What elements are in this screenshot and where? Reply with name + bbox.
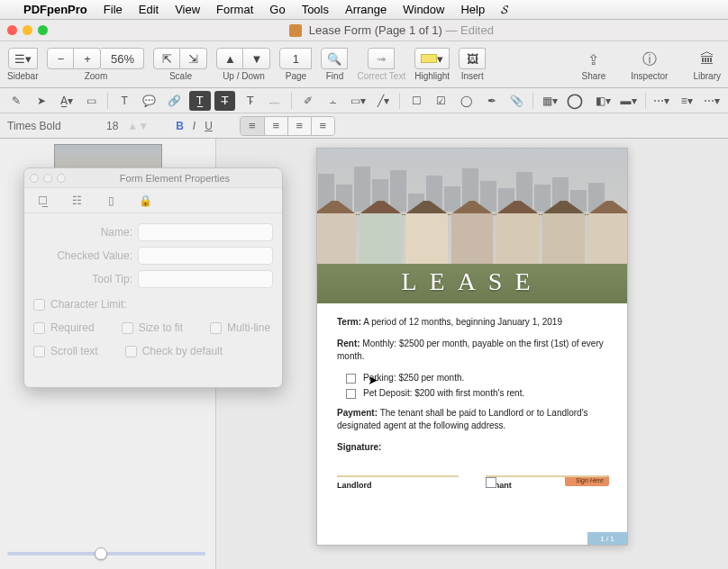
- sidebar-button[interactable]: ☰▾: [8, 48, 38, 69]
- rect-tool-icon[interactable]: ▭▾: [348, 91, 369, 111]
- zoom-out-button[interactable]: −: [47, 48, 74, 69]
- charlimit-label: Character Limit:: [50, 298, 127, 311]
- slider-knob[interactable]: [95, 547, 107, 560]
- find-group: 🔍 Find: [321, 48, 348, 81]
- text-select-tool-icon[interactable]: A̲▾: [56, 91, 77, 111]
- form-text-field-icon[interactable]: ☐: [405, 91, 427, 111]
- parking-checkbox[interactable]: [346, 374, 356, 384]
- scroll-checkbox[interactable]: [33, 346, 45, 357]
- zoom-value[interactable]: 56%: [101, 48, 144, 69]
- menu-view[interactable]: View: [175, 3, 200, 16]
- align-justify-button[interactable]: ≡: [311, 117, 334, 135]
- strikethrough-tool-icon[interactable]: T̵: [239, 91, 260, 111]
- line-width-icon[interactable]: ≡▾: [676, 91, 697, 111]
- minimize-window-button[interactable]: [23, 25, 32, 35]
- scale-fit-button[interactable]: ⇱: [153, 48, 180, 69]
- signature-tool-icon[interactable]: ✒: [481, 91, 503, 111]
- squiggle-tool-icon[interactable]: ﹏: [264, 91, 286, 111]
- form-radio-icon[interactable]: ◯: [456, 91, 478, 111]
- panel-close-button[interactable]: [30, 174, 39, 183]
- checkdefault-label: Check by default: [142, 345, 223, 357]
- page-label: Page: [286, 71, 306, 81]
- menu-tools[interactable]: Tools: [302, 3, 329, 16]
- charlimit-checkbox[interactable]: [33, 299, 45, 311]
- find-button[interactable]: 🔍: [321, 48, 348, 69]
- panel-tab-lock-icon[interactable]: 🔒: [136, 192, 154, 210]
- highlight-button[interactable]: ▾: [414, 48, 450, 69]
- insert-button[interactable]: 🖼: [459, 48, 486, 69]
- panel-tabs: ☐̲ ☷ ▯ 🔒: [24, 188, 282, 213]
- panel-zoom-button[interactable]: [57, 174, 66, 183]
- scribble-tool-icon[interactable]: ✎: [5, 91, 27, 111]
- zoom-label: Zoom: [85, 71, 108, 81]
- select-tool-icon[interactable]: ▭: [80, 91, 102, 111]
- tenant-signature-checkbox[interactable]: [486, 477, 496, 488]
- attach-tool-icon[interactable]: 📎: [505, 91, 527, 111]
- align-right-button[interactable]: ≡: [287, 117, 311, 135]
- fill-color-icon[interactable]: ▬▾: [618, 91, 640, 111]
- note-tool-icon[interactable]: 💬: [139, 91, 160, 111]
- pointer-tool-icon[interactable]: ➤: [31, 91, 52, 111]
- checkdefault-checkbox[interactable]: [125, 346, 137, 357]
- landlord-label: Landlord: [337, 480, 459, 492]
- menu-edit[interactable]: Edit: [139, 3, 159, 16]
- panel-checked-input[interactable]: [138, 247, 273, 265]
- tools-row: ✎ ➤ A̲▾ ▭ T 💬 🔗 T̲ T̶ T̵ ﹏ ✐ ⫠ ▭▾ ╱▾ ☐ ☑…: [0, 88, 728, 113]
- menu-window[interactable]: Window: [403, 3, 444, 16]
- panel-min-button[interactable]: [43, 174, 52, 183]
- checkbox-form-tool-icon[interactable]: T̲: [189, 91, 211, 111]
- font-family-field[interactable]: Times Bold: [7, 120, 97, 132]
- table-tool-icon[interactable]: ▦▾: [539, 91, 560, 111]
- inspector-icon[interactable]: ⓘ: [641, 50, 659, 68]
- stroke-color-icon[interactable]: ◧▾: [593, 91, 614, 111]
- multiline-checkbox[interactable]: [210, 322, 222, 334]
- underline-tool-icon[interactable]: T̶: [214, 91, 236, 111]
- close-window-button[interactable]: [7, 25, 17, 35]
- menu-format[interactable]: Format: [216, 3, 253, 16]
- panel-name-input[interactable]: [138, 223, 273, 241]
- menu-help[interactable]: Help: [460, 3, 485, 16]
- polyline-tool-icon[interactable]: ⫠: [323, 91, 344, 111]
- document-canvas[interactable]: LEASE Term: A period of 12 months, begin…: [216, 139, 728, 569]
- page-field[interactable]: 1: [279, 48, 312, 69]
- library-icon[interactable]: 🏛: [698, 50, 716, 68]
- share-icon[interactable]: ⇪: [585, 50, 603, 68]
- bold-button[interactable]: B: [176, 120, 184, 132]
- script-menu-icon[interactable]: 𝓢: [501, 3, 508, 17]
- zoom-in-button[interactable]: +: [74, 48, 101, 69]
- font-size-field[interactable]: 18: [106, 120, 118, 132]
- menu-arrange[interactable]: Arrange: [345, 3, 387, 16]
- correct-text-button[interactable]: ➟: [368, 48, 395, 69]
- line-tool-icon[interactable]: ╱▾: [372, 91, 394, 111]
- prev-page-button[interactable]: ▲: [216, 48, 243, 69]
- circle-tool-icon[interactable]: ◯: [564, 91, 586, 111]
- underline-button[interactable]: U: [205, 120, 213, 132]
- panel-tooltip-input[interactable]: [138, 270, 273, 288]
- app-menu[interactable]: PDFpenPro: [23, 3, 87, 16]
- menu-file[interactable]: File: [104, 3, 123, 16]
- library-label: Library: [693, 71, 721, 81]
- more-tools-icon[interactable]: ⋯▾: [651, 91, 672, 111]
- freehand-tool-icon[interactable]: ✐: [297, 91, 319, 111]
- text-tool-icon[interactable]: T: [114, 91, 135, 111]
- required-checkbox[interactable]: [33, 322, 45, 334]
- size-checkbox[interactable]: [122, 322, 133, 334]
- landlord-signature-line[interactable]: [337, 475, 459, 477]
- panel-tab-page-icon[interactable]: ▯: [102, 192, 120, 210]
- pet-deposit-checkbox[interactable]: [346, 389, 356, 399]
- next-page-button[interactable]: ▼: [243, 48, 270, 69]
- form-checkbox-icon[interactable]: ☑: [431, 91, 452, 111]
- align-center-button[interactable]: ≡: [264, 117, 287, 135]
- panel-tab-align-icon[interactable]: ☷: [68, 192, 86, 210]
- panel-tab-form-icon[interactable]: ☐̲: [33, 192, 51, 210]
- parking-text: Parking: $250 per month.: [363, 372, 464, 384]
- scale-actual-button[interactable]: ⇲: [180, 48, 207, 69]
- link-tool-icon[interactable]: 🔗: [164, 91, 186, 111]
- zoom-window-button[interactable]: [38, 25, 48, 35]
- thumbnail-zoom-slider[interactable]: [7, 546, 205, 562]
- align-left-button[interactable]: ≡: [241, 117, 264, 135]
- menu-go[interactable]: Go: [269, 3, 285, 16]
- tenant-signature-line[interactable]: [486, 475, 607, 477]
- italic-button[interactable]: I: [193, 120, 196, 132]
- line-style-icon[interactable]: ⋯▾: [701, 91, 723, 111]
